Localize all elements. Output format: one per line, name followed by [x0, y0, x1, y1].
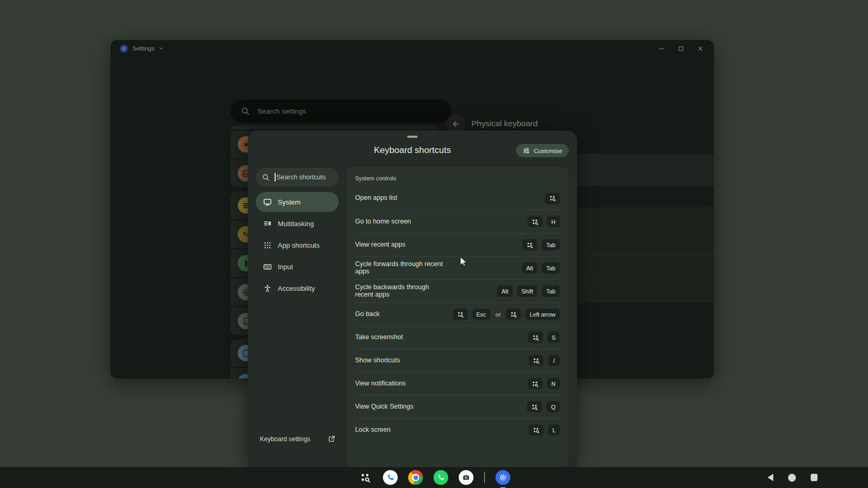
key-esc: Esc	[472, 308, 491, 320]
taskbar-separator	[484, 472, 485, 483]
settings-app-icon[interactable]	[496, 470, 510, 485]
category-system[interactable]: System	[256, 192, 339, 212]
key-q: Q	[546, 401, 560, 413]
launcher-key-icon	[510, 311, 517, 318]
shortcut-search-placeholder: Search shortcuts	[277, 174, 326, 181]
monitor-icon	[263, 198, 272, 207]
shortcut-row: Show shortcuts/	[355, 349, 560, 372]
key-left-arrow: Left arrow	[525, 308, 560, 320]
launcher-key-icon	[531, 218, 539, 226]
category-label: System	[278, 198, 300, 206]
grid-icon	[263, 241, 272, 250]
key-alt: Alt	[497, 285, 513, 297]
camera-icon	[462, 473, 470, 482]
shortcut-label: Show shortcuts	[355, 357, 400, 364]
system-nav	[768, 467, 818, 488]
category-accessibility[interactable]: Accessibility	[256, 278, 339, 298]
launcher-key-icon	[528, 354, 544, 367]
shortcut-label: Cycle forwards through recent apps	[355, 261, 445, 275]
launcher-key-icon	[359, 472, 371, 483]
key-h: H	[547, 216, 560, 228]
nav-recents-button[interactable]	[811, 474, 818, 481]
shortcut-search-input[interactable]: Search shortcuts	[256, 168, 339, 187]
launcher-key-icon	[531, 403, 538, 411]
keyboard-settings-link[interactable]: Keyboard settings	[260, 435, 336, 443]
mouse-cursor	[458, 256, 468, 267]
tune-icon	[522, 147, 530, 155]
camera-app-icon[interactable]	[459, 470, 473, 485]
customise-button[interactable]: Customise	[516, 144, 569, 157]
shortcut-row: Lock screenL	[355, 418, 560, 441]
launcher-key-icon	[528, 331, 543, 343]
launcher-key-icon	[526, 241, 533, 249]
shortcut-list: System controls Open apps listGo to home…	[347, 167, 569, 467]
launcher-key-icon	[528, 424, 544, 436]
external-link-icon	[328, 435, 336, 443]
taskbar	[0, 467, 868, 488]
shortcut-keys: H	[527, 216, 560, 228]
shortcut-label: Lock screen	[355, 426, 390, 434]
key-s: S	[547, 331, 560, 343]
shortcut-row: View notificationsN	[355, 372, 560, 395]
category-label: App shortcuts	[278, 241, 320, 249]
category-label: Input	[278, 263, 293, 271]
shortcut-label: Open apps list	[355, 195, 397, 202]
desktop: Settings Search settings Display and tou…	[0, 0, 868, 488]
category-label: Multitasking	[278, 220, 314, 228]
launcher-key-icon	[532, 426, 540, 434]
nav-back-button[interactable]	[768, 474, 773, 481]
shortcut-label: Go back	[355, 311, 380, 318]
gear-icon	[499, 473, 507, 482]
launcher-key-icon	[452, 308, 468, 320]
shortcut-keys: AltTab	[521, 262, 560, 274]
key-n: N	[547, 378, 560, 390]
launcher-key-icon	[531, 380, 539, 388]
category-input[interactable]: Input	[256, 257, 339, 277]
shortcut-label: View notifications	[355, 380, 406, 388]
shortcut-label: View recent apps	[355, 241, 406, 249]
shortcut-categories: SystemMultitaskingApp shortcutsInputAcce…	[256, 192, 339, 298]
key-tab: Tab	[541, 262, 560, 274]
multitask-icon	[263, 219, 272, 228]
text-caret	[275, 173, 276, 181]
launcher-app-icon[interactable]	[358, 470, 372, 485]
category-multitasking[interactable]: Multitasking	[256, 214, 339, 233]
shortcut-keys: AltShiftTab	[497, 285, 560, 297]
handset-icon	[437, 473, 445, 482]
phone-app-icon[interactable]	[383, 470, 398, 485]
launcher-key-icon	[527, 378, 543, 390]
shortcut-row: Cycle backwards through recent appsAltSh…	[355, 279, 560, 302]
key--: /	[548, 354, 560, 367]
shortcut-label: View Quick Settings	[355, 403, 413, 411]
chrome-app-icon[interactable]	[408, 470, 423, 485]
shortcut-label: Cycle backwards through recent apps	[355, 284, 445, 298]
drag-handle[interactable]	[407, 136, 418, 138]
key-joiner: or	[496, 311, 501, 318]
whatsapp-app-icon[interactable]	[433, 470, 448, 485]
shortcut-keys: L	[528, 424, 560, 436]
customise-label: Customise	[534, 148, 562, 154]
launcher-key-icon	[549, 195, 556, 202]
keyboard-settings-label: Keyboard settings	[260, 435, 310, 443]
shortcut-row: View Quick SettingsQ	[355, 395, 560, 418]
nav-home-button[interactable]	[788, 474, 796, 482]
key-alt: Alt	[521, 262, 538, 274]
key-tab: Tab	[541, 239, 560, 251]
shortcut-row: Go to home screenH	[355, 210, 560, 233]
launcher-key-icon	[544, 192, 560, 205]
keyboard-icon	[263, 262, 272, 271]
shortcut-row: Take screenshotS	[355, 326, 560, 349]
shortcut-row: Open apps list	[355, 187, 560, 210]
section-header: System controls	[355, 167, 560, 187]
launcher-key-icon	[506, 308, 521, 320]
shortcut-keys	[544, 192, 560, 205]
shortcut-keys: Q	[527, 401, 560, 413]
handset-icon	[386, 473, 395, 482]
launcher-key-icon	[457, 311, 464, 318]
category-app-shortcuts[interactable]: App shortcuts	[256, 235, 339, 255]
keyboard-shortcuts-dialog: Keyboard shortcuts Customise Search shor…	[248, 130, 577, 467]
search-icon	[262, 174, 270, 181]
shortcut-keys: Tab	[522, 239, 560, 251]
shortcut-keys: N	[527, 378, 560, 390]
key-l: L	[548, 424, 560, 436]
